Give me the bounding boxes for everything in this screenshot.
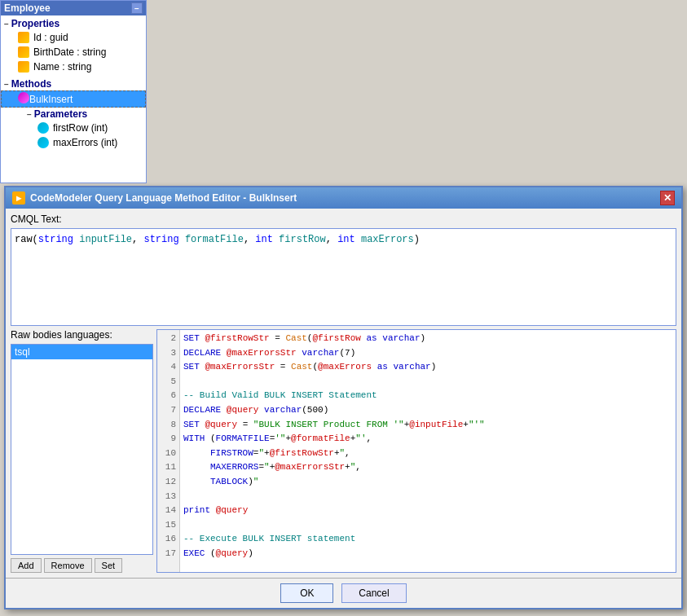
maxerrors-label: maxErrors (int) — [53, 137, 117, 148]
line-num-9: 9 — [161, 432, 176, 447]
bottom-section: Raw bodies languages: tsql Add Remove Se… — [11, 329, 676, 573]
remove-language-button[interactable]: Remove — [44, 558, 92, 573]
methods-collapse-icon: − — [4, 80, 9, 89]
tree-panel: Employee − − Properties Id : guid BirthD… — [0, 0, 147, 183]
lang-buttons: Add Remove Set — [11, 558, 153, 573]
methods-section: − Methods BulkInsert − Parameters firstR… — [1, 76, 146, 152]
line-num-6: 6 — [161, 389, 176, 403]
dialog-body: CMQL Text: raw(string inputFile, string … — [6, 209, 681, 578]
tree-panel-titlebar: Employee − — [1, 1, 146, 15]
dialog-footer: OK Cancel — [6, 578, 681, 608]
languages-list[interactable]: tsql — [11, 344, 153, 555]
prop-id-label: Id : guid — [33, 32, 68, 43]
tree-collapse-button[interactable]: − — [131, 2, 143, 14]
param-icon-maxerrors — [37, 136, 50, 149]
prop-birthdate-label: BirthDate : string — [33, 46, 106, 58]
methods-label: Methods — [11, 78, 51, 90]
prop-icon-birthdate — [17, 46, 30, 59]
properties-collapse-icon: − — [4, 20, 9, 29]
method-icon-bulkinsert — [18, 92, 29, 106]
bulkinsert-label: BulkInsert — [29, 94, 73, 105]
dialog-title-area: ▶ CodeModeler Query Language Method Edit… — [12, 191, 297, 205]
line-num-5: 5 — [161, 375, 176, 389]
properties-label: Properties — [11, 18, 59, 29]
prop-icon-name — [17, 60, 30, 73]
dialog-title-icon: ▶ — [12, 191, 25, 205]
languages-label: Raw bodies languages: — [11, 329, 153, 341]
prop-name-label: Name : string — [33, 61, 91, 73]
parameters-label: Parameters — [34, 108, 87, 120]
tree-item-id[interactable]: Id : guid — [1, 30, 146, 45]
parameters-collapse-icon: − — [27, 110, 32, 119]
line-num-10: 10 — [161, 447, 176, 461]
line-num-11: 11 — [161, 460, 176, 475]
languages-panel: Raw bodies languages: tsql Add Remove Se… — [11, 329, 153, 573]
cmql-editor[interactable]: raw(string inputFile, string formatFile,… — [11, 228, 676, 326]
line-num-14: 14 — [161, 504, 176, 518]
properties-header[interactable]: − Properties — [1, 17, 146, 30]
dialog-titlebar: ▶ CodeModeler Query Language Method Edit… — [6, 187, 681, 209]
dialog-title-text: CodeModeler Query Language Method Editor… — [30, 192, 297, 204]
method-editor-dialog: ▶ CodeModeler Query Language Method Edit… — [4, 186, 683, 609]
line-num-3: 3 — [161, 346, 176, 361]
cmql-code: raw(string inputFile, string formatFile,… — [15, 232, 672, 247]
line-num-15: 15 — [161, 518, 176, 533]
cmql-label: CMQL Text: — [11, 213, 676, 225]
tree-item-maxerrors[interactable]: maxErrors (int) — [27, 135, 146, 150]
line-num-8: 8 — [161, 418, 176, 433]
tree-item-birthdate[interactable]: BirthDate : string — [1, 45, 146, 59]
methods-header[interactable]: − Methods — [1, 77, 146, 90]
parameters-section: − Parameters firstRow (int) maxErrors (i… — [1, 108, 146, 150]
line-numbers: 2 3 4 5 6 7 8 9 10 11 12 13 14 15 16 17 — [157, 330, 180, 572]
prop-icon-id — [17, 31, 30, 44]
code-panel[interactable]: 2 3 4 5 6 7 8 9 10 11 12 13 14 15 16 17 — [156, 329, 676, 573]
lang-item-tsql[interactable]: tsql — [11, 345, 152, 359]
ok-button[interactable]: OK — [280, 583, 333, 603]
tree-item-bulkinsert[interactable]: BulkInsert — [1, 90, 146, 108]
set-language-button[interactable]: Set — [95, 558, 123, 573]
line-num-4: 4 — [161, 360, 176, 375]
add-language-button[interactable]: Add — [11, 558, 42, 573]
line-num-12: 12 — [161, 475, 176, 490]
code-content: SET @firstRowStr = Cast(@firstRow as var… — [180, 330, 676, 572]
cancel-button[interactable]: Cancel — [341, 583, 406, 603]
properties-section: − Properties Id : guid BirthDate : strin… — [1, 15, 146, 76]
parameters-header[interactable]: − Parameters — [27, 108, 146, 121]
line-num-17: 17 — [161, 547, 176, 561]
line-num-7: 7 — [161, 403, 176, 418]
firstrow-label: firstRow (int) — [53, 122, 108, 134]
param-icon-firstrow — [37, 121, 50, 134]
line-num-2: 2 — [161, 332, 176, 346]
tree-panel-title: Employee — [4, 2, 51, 14]
tree-item-name[interactable]: Name : string — [1, 59, 146, 74]
line-num-16: 16 — [161, 532, 176, 547]
tree-item-firstrow[interactable]: firstRow (int) — [27, 121, 146, 135]
line-num-13: 13 — [161, 490, 176, 504]
dialog-close-button[interactable]: ✕ — [660, 191, 675, 205]
